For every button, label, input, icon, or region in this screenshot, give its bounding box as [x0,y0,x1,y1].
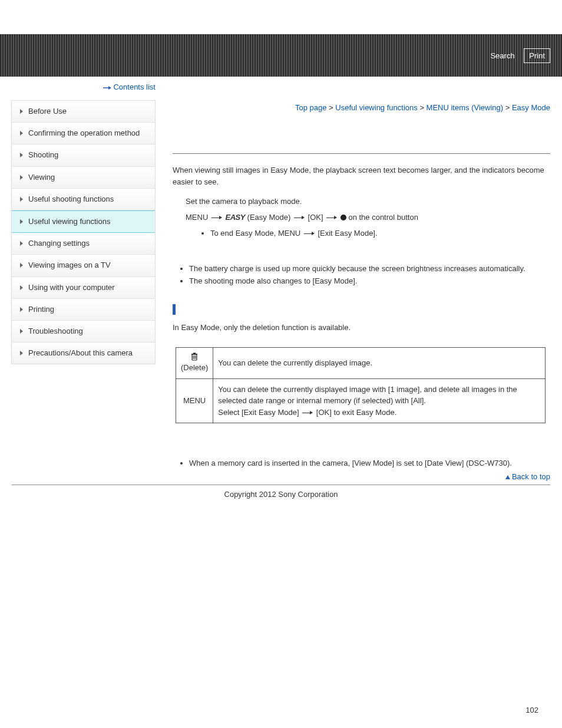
sidebar-item-1[interactable]: Confirming the operation method [12,123,155,144]
sidebar-item-4[interactable]: Useful shooting functions [12,189,155,210]
trash-icon [190,353,199,361]
svg-rect-4 [193,353,196,354]
sidebar-item-label: Printing [28,305,54,314]
chevron-right-icon [20,197,23,202]
note-2: The shooting mode also changes to [Easy … [189,275,550,288]
sidebar-item-label: Shooting [28,150,58,159]
sidebar-item-label: Precautions/About this camera [28,348,133,357]
chevron-right-icon [20,241,23,246]
crumb-current[interactable]: Easy Mode [512,103,550,112]
sidebar-item-10[interactable]: Troubleshooting [12,321,155,342]
chevron-right-icon [20,153,23,157]
contents-list-link[interactable]: Contents list [11,77,156,91]
sidebar-item-3[interactable]: Viewing [12,167,155,189]
search-button[interactable]: Search [485,49,519,62]
triangle-up-icon [505,475,510,479]
note-1: The battery charge is used up more quick… [189,263,550,275]
sidebar-item-label: Changing settings [28,239,90,248]
sidebar-item-label: Useful viewing functions [28,217,110,226]
sidebar-item-2[interactable]: Shooting [12,144,155,166]
easy-icon: EASY [226,213,245,222]
final-note: When a memory card is inserted in the ca… [189,459,550,467]
sidebar-item-0[interactable]: Before Use [12,101,155,123]
breadcrumb: Top page > Useful viewing functions > ME… [173,103,550,112]
sidebar-item-label: Viewing [28,173,55,182]
chevron-right-icon [20,131,23,136]
print-button[interactable]: Print [524,48,550,63]
arrow-right-icon [211,216,222,220]
chevron-right-icon [20,109,23,114]
menu-description: You can delete the currently displayed i… [213,378,546,423]
sidebar-item-7[interactable]: Viewing images on a TV [12,255,155,276]
copyright: Copyright 2012 Sony Corporation [0,490,562,499]
chevron-right-icon [20,175,23,180]
delete-cell: (Delete) [176,348,213,379]
sidebar-item-label: Viewing images on a TV [28,261,111,269]
functions-table: (Delete) You can delete the currently di… [176,347,546,423]
section-intro: In Easy Mode, only the deletion function… [173,322,550,334]
chevron-right-icon [20,219,23,224]
sidebar: Before UseConfirming the operation metho… [11,100,156,364]
top-banner: Search Print [0,34,562,77]
arrow-right-icon [294,216,305,220]
sidebar-item-label: Using with your computer [28,283,115,292]
sidebar-item-11[interactable]: Precautions/About this camera [12,342,155,364]
intro-text: When viewing still images in Easy Mode, … [173,164,550,187]
contents-list-label: Contents list [113,83,156,91]
chevron-right-icon [20,307,23,312]
sidebar-item-8[interactable]: Using with your computer [12,277,155,299]
footer-divider [12,485,550,485]
end-easy-note: To end Easy Mode, MENU [Exit Easy Mode]. [210,228,550,240]
crumb-l1[interactable]: Useful viewing functions [335,103,417,112]
main-content: Top page > Useful viewing functions > ME… [173,91,550,481]
crumb-l2[interactable]: MENU items (Viewing) [427,103,504,112]
step-2: MENU EASY (Easy Mode) [OK] on the contro… [186,212,550,224]
sidebar-item-6[interactable]: Changing settings [12,233,155,255]
sidebar-item-label: Before Use [28,107,67,116]
final-note-list: When a memory card is inserted in the ca… [189,459,550,467]
arrow-right-icon [302,411,313,415]
chevron-right-icon [20,285,23,290]
page-number: 102 [525,706,538,714]
step-1: Set the camera to playback mode. [186,196,550,208]
arrow-right-icon [103,85,111,90]
arrow-right-icon [326,216,337,220]
chevron-right-icon [20,263,23,268]
svg-marker-1 [108,86,111,90]
delete-description: You can delete the currently displayed i… [213,348,546,379]
arrow-right-icon [304,232,315,236]
chevron-right-icon [20,329,23,334]
notes-list: The battery charge is used up more quick… [189,263,550,288]
sidebar-item-5[interactable]: Useful viewing functions [12,210,155,233]
back-to-top-link[interactable]: Back to top [512,472,550,481]
sidebar-item-label: Confirming the operation method [28,129,140,137]
center-button-icon [340,215,346,220]
sidebar-item-label: Troubleshooting [28,327,83,335]
svg-rect-3 [191,354,197,355]
section-marker [173,304,176,315]
sidebar-item-label: Useful shooting functions [28,195,114,203]
sidebar-item-9[interactable]: Printing [12,299,155,321]
divider [173,153,550,154]
crumb-top[interactable]: Top page [295,103,327,112]
menu-cell: MENU [176,378,213,423]
chevron-right-icon [20,351,23,355]
